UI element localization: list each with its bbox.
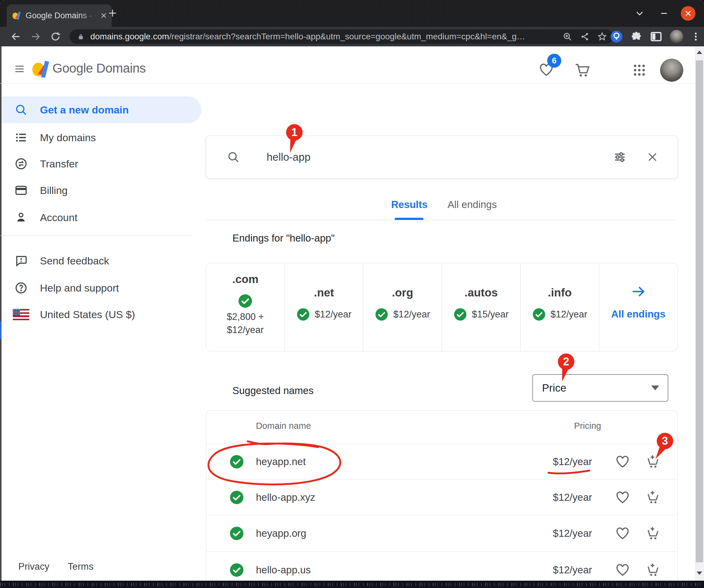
google-apps-grid-icon[interactable] (632, 63, 647, 77)
sidebar-item-get-a-new-domain[interactable]: Get a new domain (2, 96, 201, 123)
tab-close-icon[interactable] (100, 12, 107, 19)
table-row[interactable]: hello-app.us $12/year (206, 551, 678, 581)
domain-name: heyapp.org (256, 528, 306, 539)
tld-price: $12/year (550, 309, 587, 320)
site-favicon (12, 11, 21, 20)
table-row[interactable]: heyapp.net $12/year (206, 444, 678, 479)
sort-dropdown-value: Price (542, 382, 567, 394)
browser-tab-bar: Google Domains - Get a new d (0, 0, 704, 27)
add-to-cart-icon[interactable] (645, 490, 660, 505)
privacy-link[interactable]: Privacy (18, 561, 49, 572)
share-icon[interactable] (580, 32, 589, 41)
tab-results[interactable]: Results (390, 199, 429, 211)
sidebar-divider (0, 235, 192, 236)
window-menu-chevron-icon[interactable] (634, 8, 645, 18)
scrollbar-up-arrow[interactable] (697, 51, 702, 54)
add-to-cart-icon[interactable] (645, 526, 660, 541)
available-check-icon (229, 526, 244, 541)
favorite-heart-icon[interactable] (615, 455, 630, 469)
cart-icon[interactable] (575, 62, 591, 78)
domain-price: $12/year (553, 528, 592, 539)
ending-card-org[interactable]: .org $12/year (363, 263, 442, 351)
tab-title: Google Domains - Get a new d (25, 11, 96, 20)
main-menu-icon[interactable] (13, 63, 25, 74)
domain-name: heyapp.net (256, 456, 306, 468)
favorites-count-badge: 6 (547, 54, 561, 68)
dropdown-caret-icon (651, 386, 659, 390)
tld-label: .net (285, 286, 363, 299)
available-check-icon (532, 308, 546, 321)
favorite-heart-icon[interactable] (615, 526, 630, 541)
sidebar-item-label: Transfer (40, 158, 78, 170)
all-endings-card[interactable]: All endings (599, 263, 678, 351)
sidebar-item-my-domains[interactable]: My domains (2, 124, 201, 151)
sidebar-item-label: Help and support (40, 282, 119, 294)
browser-tab[interactable]: Google Domains - Get a new d (7, 4, 112, 27)
ending-card-info[interactable]: .info $12/year (520, 263, 599, 351)
search-input[interactable]: hello-app (267, 151, 613, 163)
url-bar[interactable]: domains.google.com/registrar/search?sear… (69, 29, 613, 44)
favorite-heart-icon[interactable] (615, 563, 630, 577)
domain-price: $12/year (553, 564, 592, 576)
sidebar-item-account[interactable]: Account (2, 204, 201, 231)
reload-button[interactable] (50, 31, 61, 42)
ending-card-com[interactable]: .com $2,800 + $12/year (206, 263, 285, 351)
table-row[interactable]: heyapp.org $12/year (206, 515, 678, 552)
ending-card-net[interactable]: .net $12/year (285, 263, 363, 351)
window-close-button[interactable] (681, 6, 696, 21)
sidebar-item-label: Get a new domain (40, 104, 129, 116)
browser-toolbar: domains.google.com/registrar/search?sear… (0, 27, 704, 46)
help-icon (12, 282, 30, 294)
sidebar-item-help-and-support[interactable]: Help and support (2, 275, 201, 301)
terms-link[interactable]: Terms (68, 561, 93, 572)
window-minimize-button[interactable] (658, 8, 670, 18)
svg-text:2: 2 (563, 355, 569, 368)
ending-card-autos[interactable]: .autos $15/year (442, 263, 520, 351)
filter-tune-icon[interactable] (613, 151, 626, 164)
zoom-icon[interactable] (563, 32, 572, 42)
sidebar-item-region-currency[interactable]: United States (US $) (2, 301, 201, 328)
browser-window: Google Domains - Get a new d (0, 0, 704, 588)
new-tab-button[interactable] (107, 8, 118, 18)
page-scrollbar[interactable] (695, 46, 704, 588)
tab-all-endings[interactable]: All endings (442, 199, 503, 211)
extensions-puzzle-icon[interactable] (630, 31, 642, 43)
sidebar-item-transfer[interactable]: Transfer (2, 151, 201, 177)
all-endings-link[interactable]: All endings (599, 308, 678, 320)
tld-price: $12/year (393, 309, 430, 320)
browser-menu-icon[interactable] (691, 31, 701, 42)
lock-icon[interactable] (77, 32, 85, 41)
add-to-cart-icon[interactable] (645, 455, 660, 469)
brand-wordmark[interactable]: Google Domains (52, 61, 146, 76)
tld-label: .com (206, 273, 285, 286)
add-to-cart-icon[interactable] (645, 563, 660, 577)
us-flag-icon (12, 309, 30, 320)
back-button[interactable] (10, 31, 21, 42)
sidebar-item-label: Billing (40, 184, 68, 196)
table-row[interactable]: hello-app.xyz $12/year (206, 479, 678, 515)
bookmark-star-icon[interactable] (597, 32, 607, 42)
credit-card-icon (12, 184, 30, 197)
column-header-domain-name: Domain name (256, 421, 311, 431)
tabstrip-divider (206, 220, 677, 220)
tld-price: $15/year (472, 309, 509, 320)
favorite-heart-icon[interactable] (615, 490, 630, 505)
browser-profile-avatar[interactable] (670, 30, 683, 43)
sidebar-item-send-feedback[interactable]: Send feedback (2, 248, 201, 274)
forward-button[interactable] (30, 31, 41, 42)
sort-by-price-dropdown[interactable]: Price (532, 374, 668, 402)
arrow-right-icon (631, 284, 646, 299)
domain-search-box[interactable]: hello-app (206, 136, 678, 178)
scrollbar-thumb[interactable] (696, 60, 703, 563)
side-panel-icon[interactable] (650, 31, 662, 43)
scrollbar-down-arrow[interactable] (697, 572, 702, 575)
password-manager-extension-icon[interactable] (610, 30, 623, 43)
header-divider (0, 83, 695, 83)
account-avatar[interactable] (660, 59, 683, 82)
clear-search-icon[interactable] (646, 151, 658, 163)
sidebar-item-label: Send feedback (40, 255, 109, 267)
available-check-icon (375, 308, 388, 321)
google-domains-logo[interactable] (32, 60, 51, 78)
sidebar-item-billing[interactable]: Billing (2, 177, 201, 203)
endings-card-group: .com $2,800 + $12/year .net $12/year (206, 263, 678, 351)
